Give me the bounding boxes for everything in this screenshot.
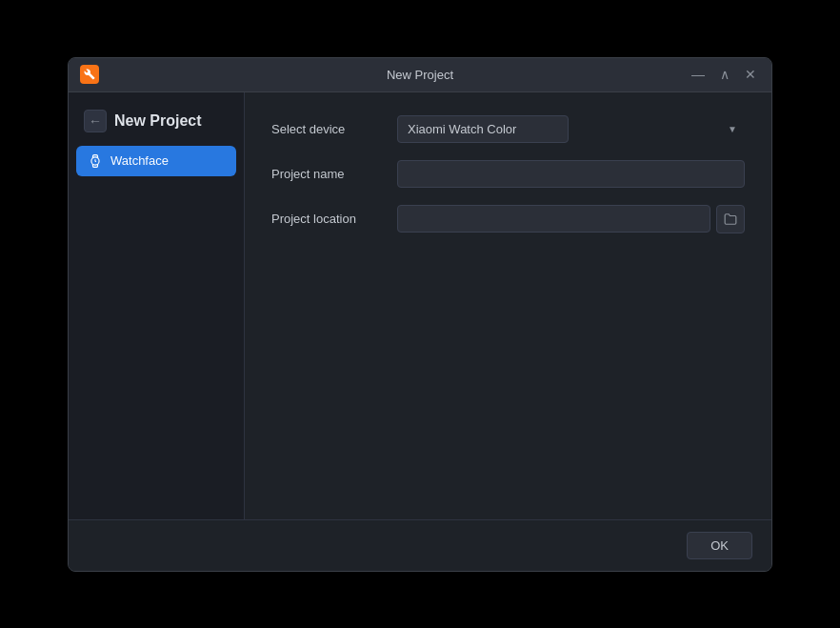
sidebar-title: New Project <box>114 112 202 130</box>
watch-icon <box>88 153 103 169</box>
browse-button[interactable] <box>716 205 745 233</box>
close-button[interactable]: ✕ <box>741 66 760 83</box>
project-name-row: Project name <box>271 160 745 188</box>
sidebar-item-watchface[interactable]: Watchface <box>76 146 236 176</box>
project-location-input[interactable] <box>397 205 710 233</box>
minimize-button[interactable]: — <box>688 66 709 83</box>
main-window: New Project — ∧ ✕ ← New Project <box>68 57 772 572</box>
select-device-label: Select device <box>271 122 386 136</box>
ok-button[interactable]: OK <box>687 532 752 559</box>
window-body: ← New Project Watchface Select device <box>69 92 771 519</box>
device-select-wrapper: Xiaomi Watch Color Xiaomi Watch S1 Mi Wa… <box>397 115 745 143</box>
select-device-row: Select device Xiaomi Watch Color Xiaomi … <box>271 115 745 143</box>
footer: OK <box>69 519 771 571</box>
project-location-field-wrapper <box>397 205 745 233</box>
app-icon <box>80 65 99 84</box>
sidebar-item-watchface-label: Watchface <box>110 153 169 168</box>
folder-icon <box>724 213 737 226</box>
select-arrow-icon: ▼ <box>728 124 737 134</box>
project-location-label: Project location <box>271 212 386 226</box>
device-select[interactable]: Xiaomi Watch Color Xiaomi Watch S1 Mi Wa… <box>397 115 569 143</box>
project-name-field-wrapper <box>397 160 745 188</box>
title-bar-left <box>80 65 99 84</box>
project-location-row: Project location <box>271 205 745 233</box>
maximize-button[interactable]: ∧ <box>716 66 733 83</box>
title-bar-controls: — ∧ ✕ <box>688 66 760 83</box>
title-bar: New Project — ∧ ✕ <box>69 58 771 92</box>
sidebar: ← New Project Watchface <box>69 92 245 519</box>
project-name-input[interactable] <box>397 160 745 188</box>
project-name-label: Project name <box>271 167 386 181</box>
sidebar-header: ← New Project <box>76 104 236 138</box>
content-area: Select device Xiaomi Watch Color Xiaomi … <box>245 92 771 519</box>
back-button[interactable]: ← <box>84 110 107 132</box>
window-title: New Project <box>387 68 453 82</box>
